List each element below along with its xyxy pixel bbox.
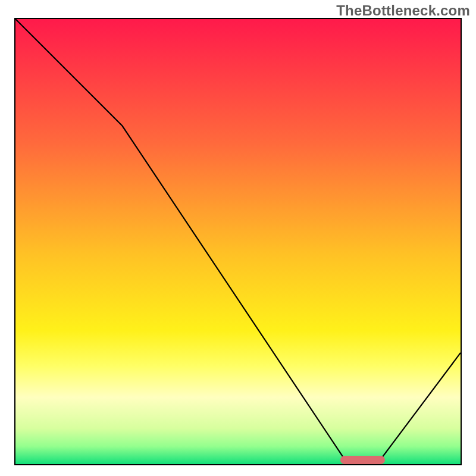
attribution-text: TheBottleneck.com [336,2,470,19]
plot-area [14,18,462,465]
bottleneck-curve [15,19,461,464]
chart-frame: TheBottleneck.com [0,0,476,476]
optimal-range-marker [340,456,385,464]
